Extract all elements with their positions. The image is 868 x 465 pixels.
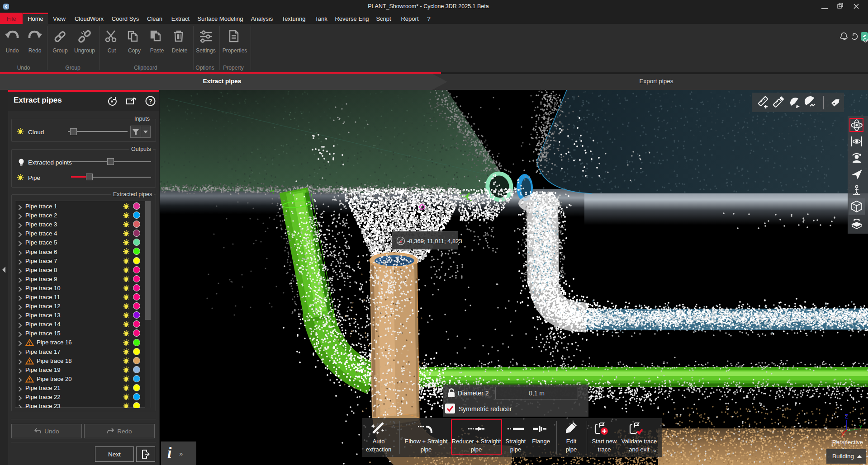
svg-text:Y: Y: [859, 424, 863, 430]
svg-text:Z: Z: [845, 413, 848, 420]
svg-text:X: X: [841, 432, 844, 438]
svg-text:?: ?: [148, 98, 152, 105]
